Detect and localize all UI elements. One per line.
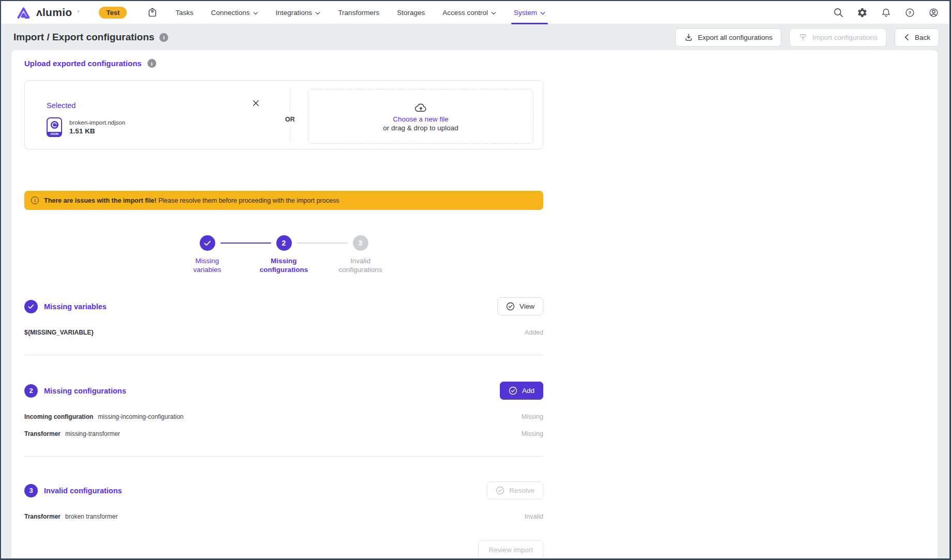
check-circle-icon xyxy=(506,302,515,311)
section-check-icon xyxy=(24,300,38,313)
nav-item-tasks[interactable]: Tasks xyxy=(167,1,202,24)
step-connector xyxy=(220,243,271,244)
choose-new-file-link[interactable]: Choose a new file xyxy=(393,115,448,123)
upload-section-title: Upload exported configurations i xyxy=(24,59,543,68)
download-icon xyxy=(684,33,693,42)
brand-name: ʌlumio xyxy=(36,6,72,19)
step-number: 3 xyxy=(353,235,368,251)
chevron-down-icon xyxy=(315,11,320,15)
nav-item-integrations[interactable]: Integrations xyxy=(267,1,330,24)
top-nav: ʌlumio° Test Tasks Connections Integrati… xyxy=(1,1,949,24)
app-window: { "colors": { "accent": "#5335d4", "acce… xyxy=(0,0,951,560)
info-icon[interactable]: i xyxy=(147,59,156,68)
table-row: Transformer broken transformer Invalid xyxy=(24,508,543,525)
step-check-icon xyxy=(200,235,215,251)
status-text: Missing xyxy=(522,413,543,420)
drag-drop-hint: or drag & drop to upload xyxy=(383,124,458,132)
section-title: Missing configurations xyxy=(44,387,126,395)
step-missing-configurations: 2 Missing configurations xyxy=(248,235,320,274)
json-file-icon: JSON xyxy=(47,117,62,137)
section-title: Missing variables xyxy=(44,302,107,311)
add-button[interactable]: Add xyxy=(500,382,543,400)
step-number: 2 xyxy=(276,235,292,251)
status-text: Missing xyxy=(522,430,543,437)
export-all-configurations-button[interactable]: Export all configurations xyxy=(675,28,781,47)
file-name: broken-import.ndjson xyxy=(69,119,125,126)
section-title: Invalid configurations xyxy=(44,487,122,495)
section-divider xyxy=(24,355,543,355)
view-button[interactable]: View xyxy=(497,297,543,315)
status-text: Added xyxy=(525,329,543,336)
alert-text: There are issues with the import file! P… xyxy=(44,197,339,204)
step-missing-variables: Missing variables xyxy=(171,235,244,274)
selected-file: JSON broken-import.ndjson 1.51 KB xyxy=(47,117,290,137)
file-type-tag: JSON xyxy=(47,132,62,137)
review-import-button[interactable]: Review import xyxy=(478,540,543,559)
alumio-logo-icon xyxy=(16,6,32,20)
nav-item-storages[interactable]: Storages xyxy=(388,1,434,24)
page-header: Import / Export configurations i Export … xyxy=(1,24,949,50)
upload-box: Selected JSON xyxy=(24,80,543,149)
chevron-down-icon xyxy=(491,11,496,15)
svg-text:?: ? xyxy=(909,10,912,16)
chevron-down-icon xyxy=(540,11,545,15)
table-row: Incoming configuration missing-incoming-… xyxy=(24,408,543,425)
step-invalid-configurations: 3 Invalid configurations xyxy=(324,235,397,274)
nav-item-access-control[interactable]: Access control xyxy=(434,1,505,24)
table-row: Transformer missing-transformer Missing xyxy=(24,425,543,442)
check-circle-icon xyxy=(496,486,504,495)
help-icon[interactable]: ? xyxy=(904,7,915,18)
section-invalid-configurations-header: 3 Invalid configurations Resolve xyxy=(24,481,543,500)
info-icon[interactable]: i xyxy=(159,33,168,42)
section-number-badge: 2 xyxy=(24,384,38,398)
cloud-upload-icon xyxy=(414,101,428,113)
section-divider xyxy=(24,456,543,457)
section-missing-variables-header: Missing variables View xyxy=(24,297,543,315)
alert-info-icon: i xyxy=(31,196,39,204)
header-actions: Export all configurations Import configu… xyxy=(675,28,939,47)
chevron-down-icon xyxy=(253,11,258,15)
home-icon[interactable] xyxy=(146,7,158,19)
nav-item-system[interactable]: System xyxy=(505,1,554,24)
close-icon[interactable] xyxy=(252,99,260,107)
import-configurations-button[interactable]: Import configurations xyxy=(790,28,886,47)
or-divider: OR xyxy=(290,87,290,143)
status-text: Invalid xyxy=(525,513,543,520)
brand-trademark: ° xyxy=(77,10,79,16)
selected-file-panel: Selected JSON xyxy=(25,81,290,149)
resolve-button[interactable]: Resolve xyxy=(487,481,543,500)
search-icon[interactable] xyxy=(833,7,844,18)
main-card: Upload exported configurations i Selecte… xyxy=(11,50,938,560)
upload-icon xyxy=(798,33,808,42)
nav-item-transformers[interactable]: Transformers xyxy=(329,1,388,24)
file-dropzone[interactable]: Choose a new file or drag & drop to uplo… xyxy=(308,89,533,144)
content: Upload exported configurations i Selecte… xyxy=(24,50,543,559)
section-number-badge: 3 xyxy=(24,484,38,497)
import-issues-alert: i There are issues with the import file!… xyxy=(24,191,543,210)
footer-actions: Review import xyxy=(24,540,543,559)
file-size: 1.51 KB xyxy=(69,127,125,135)
nav-icons: ? xyxy=(833,7,939,18)
page-title: Import / Export configurations i xyxy=(13,32,168,43)
section-missing-configurations-header: 2 Missing configurations Add xyxy=(24,382,543,400)
import-stepper: Missing variables 2 Missing configuratio… xyxy=(24,235,543,274)
check-circle-icon xyxy=(509,386,517,395)
nav-item-connections[interactable]: Connections xyxy=(202,1,267,24)
back-button[interactable]: Back xyxy=(895,28,939,47)
bell-icon[interactable] xyxy=(881,7,891,18)
or-label: OR xyxy=(283,113,298,126)
nav-items: Tasks Connections Integrations Transform… xyxy=(167,1,554,24)
dropzone-panel: Choose a new file or drag & drop to uplo… xyxy=(290,81,543,149)
step-connector xyxy=(297,243,348,244)
alumio-logo[interactable]: ʌlumio° xyxy=(16,6,79,20)
chevron-left-icon xyxy=(903,34,910,41)
environment-badge: Test xyxy=(99,7,127,19)
gear-icon[interactable] xyxy=(857,7,868,18)
table-row: ${MISSING_VARIABLE} Added xyxy=(24,324,543,341)
account-icon[interactable] xyxy=(928,7,939,18)
